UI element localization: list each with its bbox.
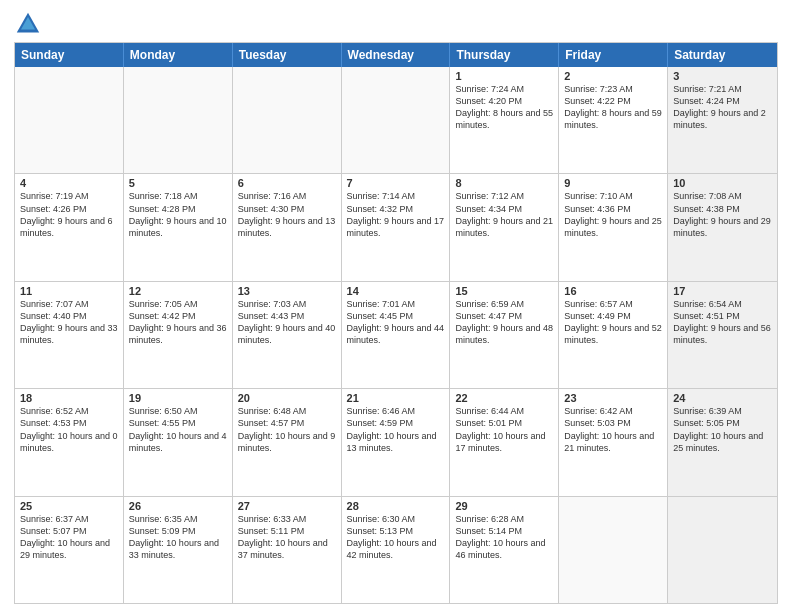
day-info: Sunrise: 6:28 AM Sunset: 5:14 PM Dayligh…: [455, 513, 553, 562]
day-info: Sunrise: 7:24 AM Sunset: 4:20 PM Dayligh…: [455, 83, 553, 132]
day-number: 21: [347, 392, 445, 404]
day-cell: 4Sunrise: 7:19 AM Sunset: 4:26 PM Daylig…: [15, 174, 124, 280]
day-info: Sunrise: 6:30 AM Sunset: 5:13 PM Dayligh…: [347, 513, 445, 562]
day-header: Friday: [559, 43, 668, 67]
day-number: 18: [20, 392, 118, 404]
logo: [14, 10, 46, 38]
day-info: Sunrise: 6:57 AM Sunset: 4:49 PM Dayligh…: [564, 298, 662, 347]
day-cell: 18Sunrise: 6:52 AM Sunset: 4:53 PM Dayli…: [15, 389, 124, 495]
day-info: Sunrise: 6:44 AM Sunset: 5:01 PM Dayligh…: [455, 405, 553, 454]
day-cell: 21Sunrise: 6:46 AM Sunset: 4:59 PM Dayli…: [342, 389, 451, 495]
day-cell: 1Sunrise: 7:24 AM Sunset: 4:20 PM Daylig…: [450, 67, 559, 173]
day-cell: 25Sunrise: 6:37 AM Sunset: 5:07 PM Dayli…: [15, 497, 124, 603]
day-info: Sunrise: 7:10 AM Sunset: 4:36 PM Dayligh…: [564, 190, 662, 239]
day-number: 7: [347, 177, 445, 189]
day-cell: [342, 67, 451, 173]
day-info: Sunrise: 7:12 AM Sunset: 4:34 PM Dayligh…: [455, 190, 553, 239]
day-number: 16: [564, 285, 662, 297]
day-header: Thursday: [450, 43, 559, 67]
week-row: 11Sunrise: 7:07 AM Sunset: 4:40 PM Dayli…: [15, 281, 777, 388]
day-cell: 2Sunrise: 7:23 AM Sunset: 4:22 PM Daylig…: [559, 67, 668, 173]
day-headers: SundayMondayTuesdayWednesdayThursdayFrid…: [15, 43, 777, 67]
day-info: Sunrise: 7:23 AM Sunset: 4:22 PM Dayligh…: [564, 83, 662, 132]
day-cell: [15, 67, 124, 173]
day-info: Sunrise: 6:37 AM Sunset: 5:07 PM Dayligh…: [20, 513, 118, 562]
day-number: 17: [673, 285, 772, 297]
day-info: Sunrise: 6:52 AM Sunset: 4:53 PM Dayligh…: [20, 405, 118, 454]
day-cell: 24Sunrise: 6:39 AM Sunset: 5:05 PM Dayli…: [668, 389, 777, 495]
day-cell: [668, 497, 777, 603]
day-cell: 17Sunrise: 6:54 AM Sunset: 4:51 PM Dayli…: [668, 282, 777, 388]
week-row: 25Sunrise: 6:37 AM Sunset: 5:07 PM Dayli…: [15, 496, 777, 603]
weeks: 1Sunrise: 7:24 AM Sunset: 4:20 PM Daylig…: [15, 67, 777, 603]
day-cell: 16Sunrise: 6:57 AM Sunset: 4:49 PM Dayli…: [559, 282, 668, 388]
day-number: 27: [238, 500, 336, 512]
day-cell: 19Sunrise: 6:50 AM Sunset: 4:55 PM Dayli…: [124, 389, 233, 495]
day-number: 15: [455, 285, 553, 297]
day-number: 13: [238, 285, 336, 297]
day-cell: 14Sunrise: 7:01 AM Sunset: 4:45 PM Dayli…: [342, 282, 451, 388]
day-info: Sunrise: 6:39 AM Sunset: 5:05 PM Dayligh…: [673, 405, 772, 454]
week-row: 18Sunrise: 6:52 AM Sunset: 4:53 PM Dayli…: [15, 388, 777, 495]
day-number: 29: [455, 500, 553, 512]
day-number: 26: [129, 500, 227, 512]
day-number: 14: [347, 285, 445, 297]
day-number: 5: [129, 177, 227, 189]
day-header: Saturday: [668, 43, 777, 67]
day-number: 1: [455, 70, 553, 82]
day-cell: [233, 67, 342, 173]
day-cell: 23Sunrise: 6:42 AM Sunset: 5:03 PM Dayli…: [559, 389, 668, 495]
day-number: 24: [673, 392, 772, 404]
day-cell: 12Sunrise: 7:05 AM Sunset: 4:42 PM Dayli…: [124, 282, 233, 388]
day-number: 22: [455, 392, 553, 404]
page: SundayMondayTuesdayWednesdayThursdayFrid…: [0, 0, 792, 612]
day-cell: 6Sunrise: 7:16 AM Sunset: 4:30 PM Daylig…: [233, 174, 342, 280]
day-cell: 28Sunrise: 6:30 AM Sunset: 5:13 PM Dayli…: [342, 497, 451, 603]
day-info: Sunrise: 7:07 AM Sunset: 4:40 PM Dayligh…: [20, 298, 118, 347]
day-info: Sunrise: 7:21 AM Sunset: 4:24 PM Dayligh…: [673, 83, 772, 132]
day-info: Sunrise: 7:19 AM Sunset: 4:26 PM Dayligh…: [20, 190, 118, 239]
logo-icon: [14, 10, 42, 38]
header: [14, 10, 778, 38]
day-cell: [124, 67, 233, 173]
day-info: Sunrise: 6:50 AM Sunset: 4:55 PM Dayligh…: [129, 405, 227, 454]
week-row: 4Sunrise: 7:19 AM Sunset: 4:26 PM Daylig…: [15, 173, 777, 280]
day-info: Sunrise: 6:46 AM Sunset: 4:59 PM Dayligh…: [347, 405, 445, 454]
day-cell: 27Sunrise: 6:33 AM Sunset: 5:11 PM Dayli…: [233, 497, 342, 603]
day-info: Sunrise: 6:33 AM Sunset: 5:11 PM Dayligh…: [238, 513, 336, 562]
day-info: Sunrise: 6:35 AM Sunset: 5:09 PM Dayligh…: [129, 513, 227, 562]
day-info: Sunrise: 7:05 AM Sunset: 4:42 PM Dayligh…: [129, 298, 227, 347]
day-header: Monday: [124, 43, 233, 67]
day-number: 4: [20, 177, 118, 189]
day-number: 11: [20, 285, 118, 297]
day-cell: 5Sunrise: 7:18 AM Sunset: 4:28 PM Daylig…: [124, 174, 233, 280]
day-info: Sunrise: 6:59 AM Sunset: 4:47 PM Dayligh…: [455, 298, 553, 347]
day-cell: 8Sunrise: 7:12 AM Sunset: 4:34 PM Daylig…: [450, 174, 559, 280]
day-cell: 20Sunrise: 6:48 AM Sunset: 4:57 PM Dayli…: [233, 389, 342, 495]
day-number: 19: [129, 392, 227, 404]
day-number: 6: [238, 177, 336, 189]
day-header: Sunday: [15, 43, 124, 67]
day-number: 12: [129, 285, 227, 297]
day-info: Sunrise: 7:08 AM Sunset: 4:38 PM Dayligh…: [673, 190, 772, 239]
day-cell: 29Sunrise: 6:28 AM Sunset: 5:14 PM Dayli…: [450, 497, 559, 603]
day-number: 8: [455, 177, 553, 189]
day-info: Sunrise: 7:16 AM Sunset: 4:30 PM Dayligh…: [238, 190, 336, 239]
day-cell: 11Sunrise: 7:07 AM Sunset: 4:40 PM Dayli…: [15, 282, 124, 388]
day-info: Sunrise: 7:01 AM Sunset: 4:45 PM Dayligh…: [347, 298, 445, 347]
day-number: 25: [20, 500, 118, 512]
day-number: 2: [564, 70, 662, 82]
day-number: 23: [564, 392, 662, 404]
day-info: Sunrise: 7:03 AM Sunset: 4:43 PM Dayligh…: [238, 298, 336, 347]
week-row: 1Sunrise: 7:24 AM Sunset: 4:20 PM Daylig…: [15, 67, 777, 173]
calendar: SundayMondayTuesdayWednesdayThursdayFrid…: [14, 42, 778, 604]
day-cell: 26Sunrise: 6:35 AM Sunset: 5:09 PM Dayli…: [124, 497, 233, 603]
day-cell: 9Sunrise: 7:10 AM Sunset: 4:36 PM Daylig…: [559, 174, 668, 280]
day-header: Tuesday: [233, 43, 342, 67]
day-cell: 22Sunrise: 6:44 AM Sunset: 5:01 PM Dayli…: [450, 389, 559, 495]
day-info: Sunrise: 6:54 AM Sunset: 4:51 PM Dayligh…: [673, 298, 772, 347]
day-cell: 10Sunrise: 7:08 AM Sunset: 4:38 PM Dayli…: [668, 174, 777, 280]
day-number: 20: [238, 392, 336, 404]
day-info: Sunrise: 7:18 AM Sunset: 4:28 PM Dayligh…: [129, 190, 227, 239]
day-cell: 15Sunrise: 6:59 AM Sunset: 4:47 PM Dayli…: [450, 282, 559, 388]
